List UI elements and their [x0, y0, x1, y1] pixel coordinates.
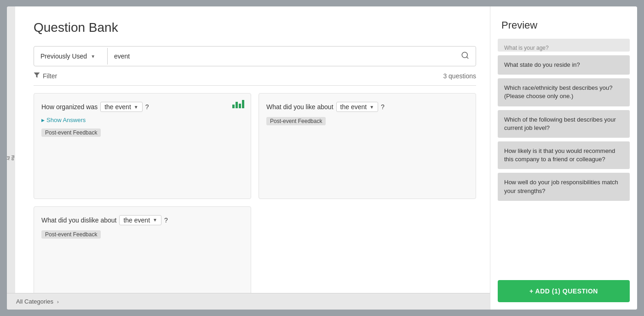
preview-item-2[interactable]: Which race/ethnicity best describes you?…: [498, 78, 630, 106]
filter-dropdown-label: Previously Used: [40, 53, 87, 60]
question-2-event-dropdown[interactable]: the event ▼: [336, 102, 379, 112]
preview-item-4[interactable]: How likely is it that you would recommen…: [498, 141, 630, 169]
preview-title: Preview: [490, 6, 637, 39]
question-3-event-label: the event: [123, 217, 150, 224]
filter-dropdown-arrow-icon: ▼: [91, 54, 95, 59]
question-card-1: How organized was the event ▼ ? ▶ S: [34, 93, 251, 199]
preview-panel: Preview What is your age? What state do …: [490, 6, 637, 310]
question-3-badge: Post-event Feedback: [41, 230, 101, 239]
question-2-dropdown-arrow-icon: ▼: [369, 105, 374, 110]
page-title: Question Bank: [34, 20, 476, 35]
questions-grid: How organized was the event ▼ ? ▶ S: [34, 93, 476, 300]
question-3-category: Post-event Feedback: [41, 230, 243, 239]
filter-row: Filter 3 questions: [34, 72, 476, 86]
question-2-mark: ?: [381, 103, 385, 111]
preview-item-3[interactable]: Which of the following best describes yo…: [498, 110, 630, 138]
question-3-mark: ?: [164, 217, 168, 224]
preview-list: What is your age? What state do you resi…: [490, 39, 637, 273]
sidebar-hint-1: Re: [11, 155, 15, 161]
bar-3: [239, 104, 241, 108]
filter-icon: [34, 72, 40, 80]
question-3-dropdown-arrow-icon: ▼: [153, 217, 157, 222]
question-1-mark: ?: [145, 103, 149, 111]
question-3-prefix: What did you dislike about: [41, 217, 116, 224]
question-3-header: What did you dislike about the event ▼ ?: [41, 215, 243, 225]
main-content: Question Bank Previously Used ▼: [15, 6, 490, 310]
bar-chart-icon[interactable]: [232, 100, 244, 108]
question-1-dropdown-arrow-icon: ▼: [134, 105, 138, 110]
filter-dropdown[interactable]: Previously Used ▼: [34, 48, 108, 64]
bar-2: [236, 102, 238, 108]
question-count: 3 questions: [443, 72, 476, 80]
left-sidebar: Re Pr U: [7, 6, 15, 310]
question-1-prefix: How organized was: [41, 103, 98, 111]
svg-marker-2: [34, 73, 40, 78]
question-2-category: Post-event Feedback: [266, 117, 468, 125]
preview-item-5[interactable]: How well do your job responsibilities ma…: [498, 173, 630, 200]
preview-item-4-text: How likely is it that you would recommen…: [504, 147, 615, 163]
question-1-event-dropdown[interactable]: the event ▼: [100, 102, 143, 112]
question-2-badge: Post-event Feedback: [266, 117, 326, 125]
question-1-category: Post-event Feedback: [41, 128, 243, 137]
add-question-button[interactable]: + ADD (1) QUESTION: [498, 280, 630, 302]
svg-line-1: [466, 57, 468, 58]
show-answers-button[interactable]: ▶ Show Answers: [41, 117, 243, 123]
preview-item-1-text: What state do you reside in?: [504, 61, 580, 68]
search-input[interactable]: [108, 48, 454, 64]
bar-4: [242, 100, 244, 108]
preview-item-0-text: What is your age?: [504, 45, 549, 51]
all-categories-arrow-icon: ›: [57, 299, 59, 304]
question-3-event-dropdown[interactable]: the event ▼: [119, 215, 161, 225]
search-bar: Previously Used ▼: [34, 46, 476, 66]
all-categories-label: All Categories: [16, 298, 53, 305]
show-answers-label: Show Answers: [46, 117, 86, 123]
question-2-prefix: What did you like about: [266, 103, 334, 111]
search-icon[interactable]: [454, 47, 476, 66]
filter-label-text: Filter: [43, 72, 57, 80]
preview-item-1[interactable]: What state do you reside in?: [498, 55, 630, 75]
preview-item-5-text: How well do your job responsibilities ma…: [504, 179, 618, 194]
question-card-3: What did you dislike about the event ▼ ?…: [34, 206, 251, 301]
bar-1: [232, 105, 235, 108]
question-2-event-label: the event: [340, 103, 367, 111]
show-answers-arrow-icon: ▶: [41, 118, 45, 123]
preview-item-2-text: Which race/ethnicity best describes you?…: [504, 84, 613, 99]
question-2-header: What did you like about the event ▼ ?: [266, 102, 468, 112]
preview-item-3-text: Which of the following best describes yo…: [504, 116, 616, 131]
question-1-header: How organized was the event ▼ ?: [41, 102, 243, 112]
all-categories-bar[interactable]: All Categories ›: [15, 293, 490, 310]
filter-button[interactable]: Filter: [34, 72, 57, 80]
question-card-2: What did you like about the event ▼ ? Po…: [259, 93, 476, 199]
preview-item-0[interactable]: What is your age?: [498, 39, 630, 52]
question-1-event-label: the event: [104, 103, 131, 111]
question-1-badge: Post-event Feedback: [41, 129, 101, 137]
sidebar-hint-2: Pr: [7, 156, 11, 160]
